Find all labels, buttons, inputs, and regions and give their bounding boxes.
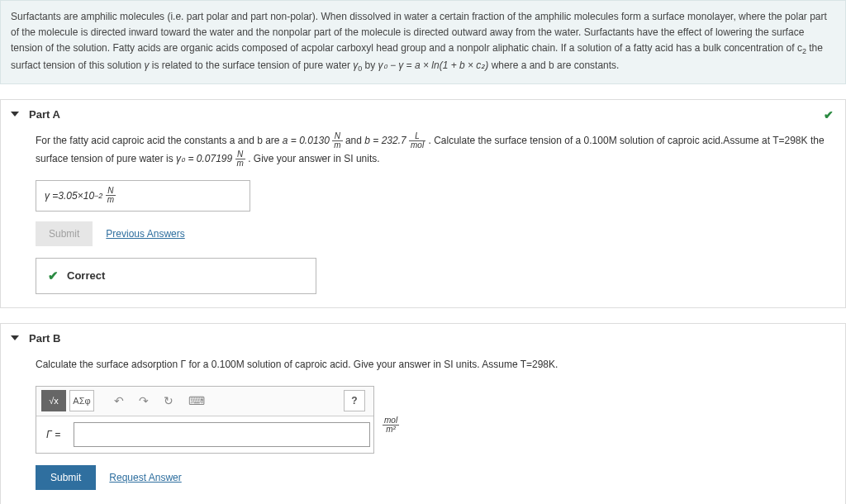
previous-answers-link[interactable]: Previous Answers [106, 228, 184, 240]
submit-button-disabled: Submit [36, 221, 93, 246]
gamma-label: Γ = [36, 429, 70, 440]
part-b-header[interactable]: Part B [1, 324, 845, 353]
caret-down-icon [11, 335, 19, 340]
part-b: Part B Calculate the surface adsorption … [0, 323, 846, 504]
equation-toolbar: √x ΑΣφ ↶ ↷ ↻ ⌨ ? [36, 387, 373, 416]
request-answer-link[interactable]: Request Answer [109, 472, 181, 483]
part-a-answer: γ = 3.05×10−2 Nm [36, 180, 250, 212]
equation: γ₀ − γ = a × ln(1 + b × c₂) [378, 59, 489, 71]
part-a-title: Part A [29, 108, 60, 121]
answer-input[interactable] [74, 422, 370, 447]
intro-text: Surfactants are amphilic molecules (i.e.… [11, 11, 827, 54]
part-a: Part A ✔ For the fatty acid caproic acid… [0, 99, 846, 308]
symbols-button[interactable]: ΑΣφ [69, 390, 94, 411]
answer-input-box: √x ΑΣφ ↶ ↷ ↻ ⌨ ? Γ = [36, 386, 374, 454]
keyboard-icon[interactable]: ⌨ [188, 394, 205, 407]
undo-icon[interactable]: ↶ [114, 394, 124, 407]
redo-icon[interactable]: ↷ [139, 394, 149, 407]
part-a-header[interactable]: Part A ✔ [1, 100, 845, 129]
correct-feedback: ✔ Correct [36, 258, 316, 294]
reset-icon[interactable]: ↻ [164, 394, 173, 407]
part-a-question: For the fatty acid caproic acid the cons… [36, 132, 832, 169]
answer-unit: molm² [383, 416, 399, 435]
help-button[interactable]: ? [344, 390, 365, 411]
check-icon: ✔ [48, 269, 59, 283]
submit-button[interactable]: Submit [36, 465, 96, 490]
caret-down-icon [11, 112, 19, 116]
problem-intro: Surfactants are amphilic molecules (i.e.… [0, 0, 846, 84]
templates-button[interactable]: √x [41, 390, 66, 411]
check-icon: ✔ [824, 108, 834, 121]
part-b-title: Part B [29, 332, 60, 345]
part-b-question: Calculate the surface adsorption Γ for a… [36, 356, 832, 374]
